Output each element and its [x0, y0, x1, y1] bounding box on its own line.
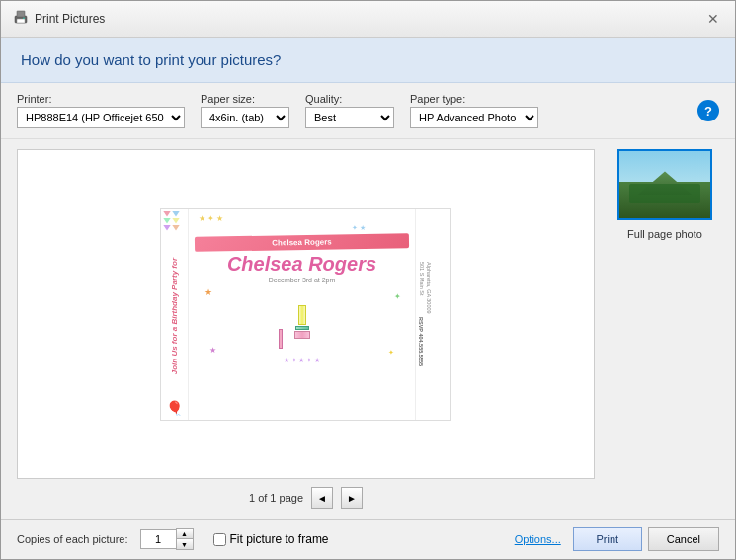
preview-area: Join Us for a Birthday Party for 🎈 ★ ✦ ★…: [17, 149, 595, 509]
card-banner: Chelsea Rogers: [195, 233, 409, 252]
fit-to-frame-checkbox[interactable]: [213, 533, 226, 546]
copies-input[interactable]: [140, 529, 176, 549]
prev-page-button[interactable]: ◄: [311, 487, 333, 509]
card-name: Chelsea Rogers: [195, 254, 409, 274]
question-header: How do you want to print your pictures?: [1, 38, 735, 83]
paper-size-label: Paper size:: [201, 93, 289, 105]
fit-to-frame-wrapper: Fit picture to frame: [213, 532, 329, 546]
copies-increment[interactable]: ▲: [177, 529, 193, 539]
paper-type-label: Paper type:: [410, 93, 538, 105]
controls-row: Printer: HP888E14 (HP Officejet 6500 E71…: [1, 83, 735, 139]
paper-type-control: Paper type: HP Advanced Photo Pa...: [410, 93, 538, 128]
paper-size-select[interactable]: 4x6in. (tab): [201, 107, 289, 128]
layout-label: Full page photo: [627, 228, 702, 240]
copies-label: Copies of each picture:: [17, 533, 128, 545]
action-buttons: Print Cancel: [573, 527, 719, 551]
close-button[interactable]: ✕: [703, 9, 723, 29]
pagination: 1 of 1 page ◄ ►: [249, 487, 363, 509]
quality-control: Quality: Best Normal Draft: [305, 93, 394, 128]
quality-select[interactable]: Best Normal Draft: [305, 107, 394, 128]
layout-thumbnail-image: [619, 151, 710, 218]
fit-to-frame-label: Fit picture to frame: [230, 532, 329, 546]
main-content: Join Us for a Birthday Party for 🎈 ★ ✦ ★…: [1, 139, 735, 519]
svg-rect-2: [17, 19, 25, 23]
paper-type-select[interactable]: HP Advanced Photo Pa...: [410, 107, 538, 128]
help-button[interactable]: ?: [697, 100, 719, 121]
svg-rect-3: [23, 17, 25, 19]
printer-icon: [13, 10, 29, 29]
next-page-button[interactable]: ►: [341, 487, 363, 509]
svg-rect-1: [17, 11, 25, 17]
question-text: How do you want to print your pictures?: [21, 51, 715, 68]
page-indicator: 1 of 1 page: [249, 492, 303, 504]
bottom-bar: Copies of each picture: ▲ ▼ Fit picture …: [1, 519, 735, 559]
cancel-button[interactable]: Cancel: [648, 527, 719, 551]
card-rsvp: RSVP 404.555.5555: [418, 317, 449, 366]
copies-decrement[interactable]: ▼: [177, 539, 193, 549]
copies-spinner: ▲ ▼: [140, 528, 194, 550]
layout-thumbnail[interactable]: [617, 149, 712, 220]
card-date: December 3rd at 2pm: [195, 277, 409, 283]
print-dialog: Print Pictures ✕ How do you want to prin…: [0, 0, 736, 560]
preview-frame: Join Us for a Birthday Party for 🎈 ★ ✦ ★…: [17, 149, 595, 479]
paper-size-control: Paper size: 4x6in. (tab): [201, 93, 289, 128]
card-address: 501 S Main StAlpharetta, GA 30009: [418, 262, 449, 314]
printer-control: Printer: HP888E14 (HP Officejet 6500 E71…: [17, 93, 185, 128]
quality-label: Quality:: [305, 93, 394, 105]
card-side-text: Join Us for a Birthday Party for: [170, 258, 179, 374]
title-bar: Print Pictures ✕: [1, 1, 735, 38]
options-link[interactable]: Options...: [515, 533, 561, 545]
printer-select[interactable]: HP888E14 (HP Officejet 6500 E710...: [17, 107, 185, 128]
printer-label: Printer:: [17, 93, 185, 105]
layout-panel: Full page photo: [611, 149, 719, 509]
print-button[interactable]: Print: [573, 527, 642, 551]
dialog-title: Print Pictures: [35, 12, 105, 26]
